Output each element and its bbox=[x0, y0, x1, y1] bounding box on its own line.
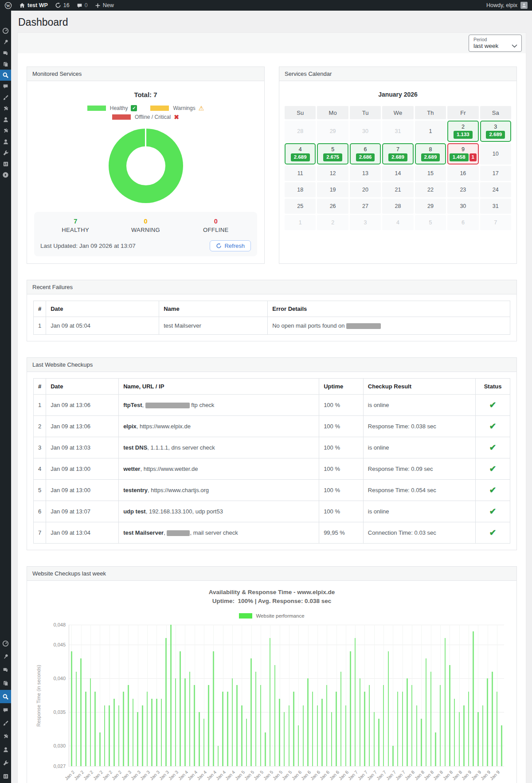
status-check-icon: ✔ bbox=[489, 422, 497, 431]
sidebar-item-users[interactable] bbox=[0, 136, 11, 147]
cell-date: Jan 09 at 13:00 bbox=[46, 458, 119, 480]
x-tick-label: Jan 6 bbox=[309, 769, 321, 781]
day-number: 2 bbox=[462, 124, 465, 130]
calendar-day[interactable]: 25 bbox=[285, 199, 316, 214]
sidebar-item-appearance[interactable] bbox=[0, 716, 11, 730]
calendar-day[interactable]: 42.689 bbox=[285, 143, 316, 164]
sidebar-item-search[interactable] bbox=[0, 690, 11, 703]
chart-bar bbox=[189, 672, 191, 766]
calendar-day[interactable]: 18 bbox=[285, 182, 316, 197]
sidebar-item-search[interactable] bbox=[0, 70, 11, 81]
calendar-day[interactable]: 29 bbox=[415, 199, 446, 214]
calendar-day[interactable]: 62.686 bbox=[350, 143, 381, 164]
calendar-day[interactable]: 24 bbox=[480, 182, 511, 197]
sidebar-item-tools[interactable] bbox=[0, 147, 11, 158]
calendar-day[interactable]: 30 bbox=[447, 199, 478, 214]
service-name: test DNS bbox=[123, 444, 147, 451]
cell-name-url: ftpTest, ftp check bbox=[119, 395, 319, 416]
stat-label: WARNING bbox=[110, 227, 180, 233]
legend-swatch bbox=[150, 106, 169, 111]
sidebar-item-plugins[interactable] bbox=[0, 103, 11, 114]
sidebar-item-comments[interactable] bbox=[0, 81, 11, 92]
chart-bar bbox=[113, 699, 115, 766]
sidebar-item-plugins[interactable] bbox=[0, 125, 11, 136]
calendar-day: 3 bbox=[350, 215, 381, 230]
chart-bar bbox=[317, 705, 318, 766]
sidebar-item-pages[interactable] bbox=[0, 677, 11, 690]
updates-link[interactable]: 16 bbox=[55, 2, 70, 8]
sidebar-item-collapse[interactable] bbox=[0, 169, 11, 180]
sidebar-item-comments[interactable] bbox=[0, 703, 11, 716]
calendar-day[interactable]: 22 bbox=[415, 182, 446, 197]
avatar[interactable] bbox=[520, 2, 528, 9]
sidebar-item-users[interactable] bbox=[0, 114, 11, 125]
calendar-day[interactable]: 1 bbox=[415, 121, 446, 142]
calendar-day[interactable]: 82.689 bbox=[415, 143, 446, 164]
chart-bar bbox=[175, 678, 176, 766]
sidebar-item-plugins[interactable] bbox=[0, 730, 11, 743]
calendar-day[interactable]: 21 bbox=[382, 182, 413, 197]
sidebar-item-dashboard[interactable] bbox=[0, 637, 11, 650]
calendar-day[interactable]: 19 bbox=[317, 182, 348, 197]
calendar-day[interactable]: 52.675 bbox=[317, 143, 348, 164]
calendar-day[interactable]: 15 bbox=[415, 166, 446, 181]
sidebar-item-dashboard[interactable] bbox=[0, 25, 11, 36]
sidebar bbox=[0, 11, 11, 783]
calendar-day[interactable]: 32.689 bbox=[480, 121, 511, 142]
calendar-day[interactable]: 28 bbox=[382, 199, 413, 214]
sidebar-item-appearance[interactable] bbox=[0, 92, 11, 103]
site-link[interactable]: test WP bbox=[19, 2, 48, 8]
stat-warning: 0WARNING bbox=[110, 218, 180, 233]
stat-value: 7 bbox=[40, 218, 110, 225]
calendar-day[interactable]: 20 bbox=[350, 182, 381, 197]
day-number: 22 bbox=[427, 187, 434, 193]
sidebar-item-settings[interactable] bbox=[0, 158, 11, 169]
period-label: Period bbox=[473, 37, 517, 42]
calendar-day[interactable]: 23 bbox=[447, 182, 478, 197]
howdy-link[interactable]: Howdy, elpix bbox=[486, 2, 517, 8]
tools-icon bbox=[3, 760, 9, 766]
sidebar-item-pages[interactable] bbox=[0, 59, 11, 70]
calendar-day[interactable]: 27 bbox=[350, 199, 381, 214]
calendar-day[interactable]: 21.133 bbox=[447, 121, 478, 142]
home-icon bbox=[19, 2, 25, 8]
sidebar-item-media[interactable] bbox=[0, 47, 11, 59]
new-menu[interactable]: New bbox=[95, 2, 114, 8]
y-axis-label: Response Time (in seconds) bbox=[36, 625, 42, 767]
calendar-day[interactable]: 12 bbox=[317, 166, 348, 181]
legend-label: Offline / Critical bbox=[135, 114, 171, 120]
calendar-day[interactable]: 16 bbox=[447, 166, 478, 181]
chart-bar bbox=[241, 705, 243, 766]
cell-status: ✔ bbox=[476, 480, 510, 501]
sidebar-item-settings[interactable] bbox=[0, 770, 11, 783]
comments-link[interactable]: 0 bbox=[77, 2, 88, 8]
calendar-day[interactable]: 26 bbox=[317, 199, 348, 214]
chart-bar bbox=[246, 719, 247, 766]
chart-bar bbox=[421, 719, 422, 766]
sidebar-item-tools[interactable] bbox=[0, 756, 11, 770]
calendar-day[interactable]: 91.4581 bbox=[447, 143, 478, 164]
refresh-button[interactable]: Refresh bbox=[210, 240, 251, 251]
sidebar-item-pin[interactable] bbox=[0, 650, 11, 663]
sidebar-item-media[interactable] bbox=[0, 663, 11, 677]
cell-date: Jan 09 at 13:03 bbox=[46, 437, 119, 458]
calendar-day[interactable]: 11 bbox=[285, 166, 316, 181]
refresh-label: Refresh bbox=[224, 243, 245, 249]
chart-bar bbox=[383, 685, 384, 766]
cell-num: 7 bbox=[34, 522, 46, 544]
sidebar-item-pin[interactable] bbox=[0, 36, 11, 47]
calendar-day[interactable]: 31 bbox=[480, 199, 511, 214]
wp-logo-icon[interactable]: W bbox=[4, 2, 12, 9]
chart-bar bbox=[85, 692, 86, 766]
sidebar-item-users[interactable] bbox=[0, 743, 11, 756]
calendar-day[interactable]: 10 bbox=[480, 143, 511, 164]
day-number: 30 bbox=[362, 128, 368, 134]
calendar-day[interactable]: 13 bbox=[350, 166, 381, 181]
check-mark-icon: ✓ bbox=[131, 105, 137, 111]
table-row: 1Jan 09 at 05:04test MailserverNo open m… bbox=[34, 317, 510, 335]
chart-bar bbox=[321, 699, 323, 766]
period-select[interactable]: Period last week bbox=[469, 35, 522, 52]
calendar-day[interactable]: 14 bbox=[382, 166, 413, 181]
calendar-day[interactable]: 17 bbox=[480, 166, 511, 181]
calendar-day[interactable]: 72.689 bbox=[382, 143, 413, 164]
